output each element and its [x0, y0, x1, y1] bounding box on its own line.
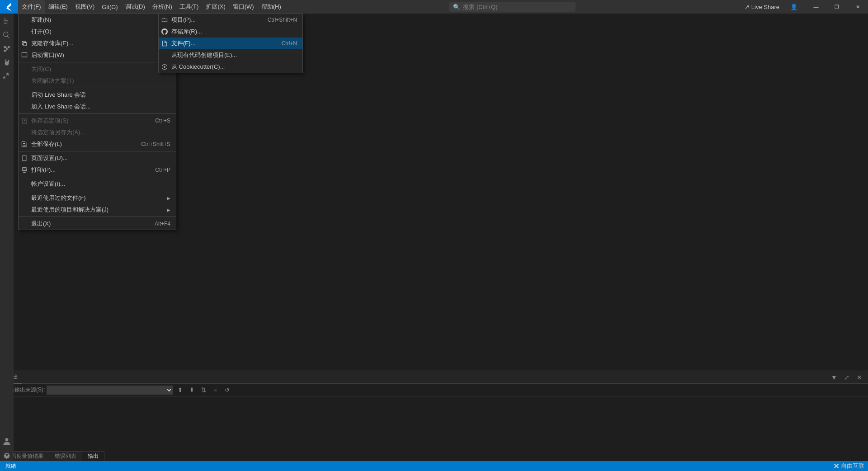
panel-header-right: ▼ ⤢ ✕	[829, 372, 864, 382]
menu-close-solution[interactable]: 关闭解决方案(T)	[19, 75, 176, 87]
menu-edit[interactable]: 编辑(E)	[45, 0, 71, 14]
menu-clone[interactable]: 克隆存储库(E)...	[19, 38, 176, 49]
menu-page-setup-label: 页面设置(U)...	[31, 154, 68, 162]
maximize-button[interactable]: ❐	[826, 0, 847, 14]
menu-exit[interactable]: 退出(X) Alt+F4	[19, 218, 176, 230]
menu-save-all[interactable]: 全部保存(L) Ctrl+Shift+S	[19, 138, 176, 150]
panel-maximize-button[interactable]: ⤢	[842, 372, 852, 382]
new-project-shortcut: Ctrl+Shift+N	[268, 17, 297, 23]
menu-git[interactable]: Git(G)	[98, 0, 121, 14]
new-project[interactable]: 项目(P)... Ctrl+Shift+N	[159, 14, 302, 26]
menu-window[interactable]: 窗口(W)	[229, 0, 258, 14]
menu-close-label: 关闭(C)	[31, 65, 51, 73]
menu-account[interactable]: 帐户设置(I)...	[19, 178, 176, 190]
menu-launch-label: 启动窗口(W)	[31, 51, 64, 59]
saveall-icon	[21, 141, 28, 147]
file-icon	[161, 40, 168, 47]
panel-close-button[interactable]: ✕	[854, 372, 864, 382]
new-file[interactable]: 文件(F)... Ctrl+N	[159, 38, 302, 49]
activity-extensions[interactable]	[0, 70, 13, 82]
menu-open[interactable]: 打开(O) ▶	[19, 26, 176, 38]
menu-start-liveshare[interactable]: 启动 Live Share 会话	[19, 89, 176, 101]
menu-close[interactable]: 关闭(C)	[19, 63, 176, 75]
file-menu-dropdown[interactable]: 新建(N) ▶ 打开(O) ▶ 克隆存储库(E)...	[18, 14, 176, 230]
live-share-icon: ↗	[745, 4, 750, 10]
menu-view[interactable]: 视图(V)	[71, 0, 98, 14]
menu-print-label: 打印(P)...	[31, 166, 56, 174]
separator-4	[19, 151, 176, 151]
new-from-existing[interactable]: 从现有代码创建项目(E)...	[159, 49, 302, 61]
new-file-label: 文件(F)...	[171, 39, 195, 47]
cookiecutter-icon	[161, 64, 168, 70]
menu-recent-files-label: 最近使用过的文件(F)	[31, 194, 86, 202]
menu-debug[interactable]: 调试(D)	[122, 0, 149, 14]
arrow-recent-projects: ▶	[167, 207, 170, 212]
status-bar: 就绪 ✕ 自由互联	[0, 461, 868, 471]
brand-area: ✕ 自由互联	[833, 462, 864, 471]
status-ready[interactable]: 就绪	[4, 461, 18, 471]
activity-account[interactable]	[0, 435, 13, 447]
separator-2	[19, 88, 176, 88]
panel-btn-1[interactable]: ⬆	[175, 385, 185, 395]
menu-save-as[interactable]: 将选定项另存为(A)...	[19, 127, 176, 138]
panel-btn-4[interactable]: ≡	[210, 385, 220, 395]
activity-git[interactable]	[0, 42, 13, 55]
panel-btn-5[interactable]: ↺	[222, 385, 232, 395]
menu-recent-files[interactable]: 最近使用过的文件(F) ▶	[19, 192, 176, 204]
menu-help[interactable]: 帮助(H)	[258, 0, 285, 14]
separator-3	[19, 113, 176, 114]
menu-analysis[interactable]: 分析(N)	[149, 0, 176, 14]
print-icon	[21, 167, 28, 173]
new-repo[interactable]: 存储库(R)...	[159, 26, 302, 38]
activity-debug[interactable]	[0, 56, 13, 69]
menu-clone-label: 克隆存储库(E)...	[31, 39, 73, 47]
new-cookiecutter[interactable]: 从 Cookiecutter(C)...	[159, 61, 302, 73]
menu-start-liveshare-label: 启动 Live Share 会话	[31, 91, 86, 99]
menu-launch[interactable]: 启动窗口(W)	[19, 49, 176, 61]
minimize-button[interactable]: —	[806, 0, 826, 14]
menu-new[interactable]: 新建(N) ▶	[19, 14, 176, 26]
menu-tools[interactable]: 工具(T)	[176, 0, 203, 14]
menu-save[interactable]: 保存选定项(S) Ctrl+S	[19, 115, 176, 127]
new-cookiecutter-label: 从 Cookiecutter(C)...	[171, 63, 225, 71]
activity-bar	[0, 14, 14, 461]
menu-extend[interactable]: 扩展(X)	[202, 0, 229, 14]
menu-recent-projects[interactable]: 最近使用的项目和解决方案(J) ▶	[19, 204, 176, 216]
activity-search[interactable]	[0, 29, 13, 42]
panel-pin-button[interactable]: ▼	[829, 372, 839, 382]
app-logo	[0, 0, 18, 14]
activity-settings[interactable]	[0, 448, 13, 461]
separator-7	[19, 217, 176, 217]
close-button[interactable]: ✕	[847, 0, 868, 14]
menu-save-as-label: 将选定项另存为(A)...	[31, 128, 85, 137]
live-share-label: Live Share	[751, 4, 779, 10]
menu-print[interactable]: 打印(P)... Ctrl+P	[19, 164, 176, 176]
new-submenu[interactable]: 项目(P)... Ctrl+Shift+N 存储库(R)...	[158, 14, 303, 73]
menu-file[interactable]: 文件(F)	[18, 0, 45, 14]
launch-icon	[21, 52, 28, 58]
title-bar-right: ↗ Live Share 👤	[740, 2, 806, 12]
menu-join-liveshare-label: 加入 Live Share 会话...	[31, 103, 91, 111]
activity-explorer[interactable]	[0, 15, 13, 28]
search-input[interactable]	[463, 4, 571, 10]
menu-page-setup[interactable]: 页面设置(U)...	[19, 152, 176, 164]
panel-btn-2[interactable]: ⬇	[187, 385, 197, 395]
menu-save-label: 保存选定项(S)	[31, 117, 68, 125]
account-button[interactable]: 👤	[786, 2, 802, 12]
live-share-button[interactable]: ↗ Live Share	[740, 2, 784, 12]
panel-btn-3[interactable]: ⇅	[198, 385, 208, 395]
tab-output[interactable]: 输出	[82, 452, 104, 462]
tab-errors[interactable]: 错误列表	[49, 452, 82, 462]
account-icon: 👤	[790, 4, 797, 10]
menu-new-label: 新建(N)	[31, 16, 51, 24]
new-from-existing-label: 从现有代码创建项目(E)...	[171, 51, 237, 59]
search-box[interactable]: 🔍	[449, 2, 576, 12]
separator-5	[19, 177, 176, 177]
print-shortcut: Ctrl+P	[155, 167, 170, 173]
new-repo-label: 存储库(R)...	[171, 28, 202, 36]
panel-source-select[interactable]	[47, 386, 173, 395]
separator-1	[19, 62, 176, 62]
svg-point-0	[164, 66, 165, 68]
menu-join-liveshare[interactable]: 加入 Live Share 会话...	[19, 101, 176, 113]
arrow-recent-files: ▶	[167, 196, 170, 201]
